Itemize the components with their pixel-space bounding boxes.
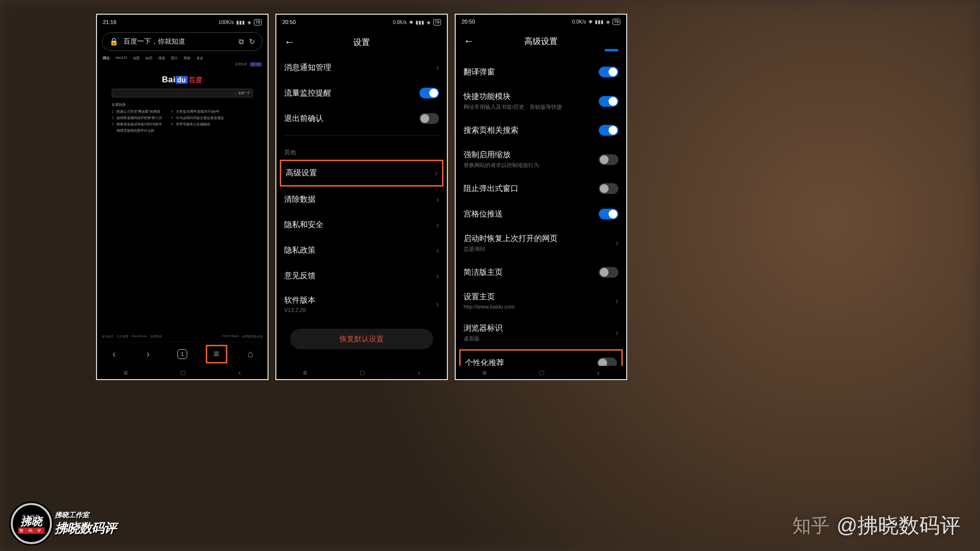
footer-link[interactable]: 设为首页	[102, 335, 114, 339]
hot-item[interactable]: 2 如何降温期间保护好肺"肺人后	[112, 116, 162, 120]
settings-row[interactable]: 隐私和安全›	[284, 212, 439, 238]
settings-row[interactable]: 快捷功能模块网址常用输入及书签/历史、剪贴版等快捷	[464, 85, 618, 118]
watermark: 知乎 @拂晓数码评	[792, 512, 960, 539]
reset-defaults-button[interactable]: 恢复默认设置	[290, 329, 433, 349]
settings-row[interactable]: 设置主页http://www.baidu.com›	[464, 285, 618, 316]
hot-search: 百度热搜 1 阳康正式官宣"鹰击那"的病愈 2 如何降温期间保护好肺"肺人后 3…	[112, 102, 253, 135]
bookmark-icon[interactable]: ⧉	[239, 37, 244, 46]
toggle-switch[interactable]	[599, 209, 618, 219]
settings-row[interactable]: 消息通知管理›	[284, 55, 439, 80]
row-label: 意见反馈	[284, 271, 436, 281]
nav-item[interactable]: 更多	[196, 56, 203, 61]
lock-icon: 🔒	[109, 37, 119, 46]
nav-forward-button[interactable]: ›	[137, 345, 159, 363]
toggle-switch[interactable]	[419, 88, 439, 98]
system-nav: ≡ □ ‹	[276, 365, 447, 379]
baidu-logo: Baidu百度	[112, 75, 253, 85]
status-bar: 20:50 0.0K/s ✱ ▮▮▮ ◈ 79	[456, 15, 626, 29]
settings-row[interactable]: 启动时恢复上次打开的网页总是询问›	[464, 227, 618, 260]
system-nav: ≡ □ ‹	[456, 366, 626, 379]
chevron-right-icon: ›	[436, 63, 439, 73]
sys-back-icon[interactable]: ‹	[418, 368, 420, 377]
wifi-icon: ◈	[606, 19, 610, 24]
nav-item[interactable]: 地图	[133, 56, 140, 61]
hot-item[interactable]: 3 粮食安全建成丰收X而X消耗年	[112, 122, 162, 127]
toggle-switch[interactable]	[599, 154, 618, 165]
nav-item[interactable]: 贴吧	[146, 56, 152, 61]
chevron-right-icon: ›	[436, 271, 439, 281]
footer-link[interactable]: 百度首页	[150, 335, 162, 339]
toggle-switch[interactable]	[599, 267, 618, 278]
hot-item[interactable]: 1 阳康正式官宣"鹰击那"的病愈	[112, 109, 162, 114]
settings-row[interactable]: 阻止弹出式窗口	[464, 176, 618, 201]
row-label: 个性化推荐	[465, 358, 597, 366]
footer-link[interactable]: 使用百度前必读	[242, 335, 263, 339]
row-label: 阻止弹出式窗口	[464, 184, 599, 194]
sys-home-icon[interactable]: □	[181, 368, 185, 377]
nav-home-button[interactable]: ⌂	[240, 345, 261, 363]
row-label: 设置主页	[464, 292, 615, 302]
address-bar[interactable]: 🔒 百度一下，你就知道 ⧉ ↻	[102, 32, 263, 51]
settings-row[interactable]: 宫格位推送	[464, 201, 618, 227]
nav-item[interactable]: 网盘	[184, 56, 191, 61]
status-bar: 20:50 0.8K/s ✱ ▮▮▮ ◈ 79	[276, 15, 447, 29]
reload-icon[interactable]: ↻	[249, 37, 255, 46]
settings-row[interactable]: 浏览器标识桌面版›	[464, 316, 618, 349]
settings-row[interactable]: 软件版本V13.2.20›	[284, 288, 439, 320]
toggle-switch[interactable]	[597, 358, 617, 366]
footer-link[interactable]: 关于百度	[117, 335, 128, 339]
baidu-search-button[interactable]: 百度一下	[235, 91, 250, 96]
settings-row[interactable]: 意见反馈›	[284, 263, 439, 288]
sys-back-icon[interactable]: ‹	[239, 368, 241, 377]
settings-row[interactable]: 翻译弹窗	[464, 59, 618, 85]
hot-item[interactable]: 6 东宇市路率山北城能保	[171, 122, 224, 127]
nav-menu-button[interactable]: ≡	[206, 345, 227, 363]
sublink[interactable]: 百度热搜	[235, 62, 247, 67]
sublink[interactable]: 换一换	[250, 62, 262, 67]
hot-item[interactable]: 猜猜京都风的新年什么样	[112, 128, 162, 133]
toggle-switch[interactable]	[599, 96, 618, 107]
toggle-switch[interactable]	[419, 113, 439, 124]
settings-row[interactable]: 简洁版主页	[464, 260, 618, 285]
settings-row[interactable]: 流量监控提醒	[284, 80, 439, 106]
sys-recent-icon[interactable]: ≡	[123, 368, 128, 377]
system-nav: ≡ □ ‹	[97, 365, 268, 379]
battery-icon: 78	[254, 19, 262, 25]
sys-recent-icon[interactable]: ≡	[482, 368, 487, 377]
settings-row[interactable]: 强制启用缩放替换网站的请求以控制缩放行为	[464, 143, 618, 176]
settings-row[interactable]: 搜索页相关搜索	[464, 118, 618, 143]
browser-toolbar: ‹ › 1 ≡ ⌂	[97, 342, 268, 365]
watermark-author: @拂晓数码评	[836, 512, 960, 539]
sys-home-icon[interactable]: □	[539, 368, 544, 377]
hot-item[interactable]: 5 中乌会晤时间最古信息是实信息	[171, 116, 224, 120]
chevron-right-icon: ›	[436, 245, 439, 256]
hot-item[interactable]: 4 大寒至20周年游戏为不0步年	[171, 109, 224, 114]
toggle-switch[interactable]	[599, 125, 618, 136]
row-label: 搜索页相关搜索	[464, 125, 599, 136]
nav-tabs-button[interactable]: 1	[172, 345, 193, 363]
battery-icon: 79	[433, 19, 441, 25]
settings-row[interactable]: 清除数据›	[284, 187, 439, 212]
toggle-switch[interactable]	[599, 183, 618, 194]
nav-back-button[interactable]: ‹	[103, 345, 125, 363]
footer-link[interactable]: About Baidu	[131, 335, 147, 339]
settings-row[interactable]: 高级设置›	[280, 160, 443, 187]
settings-row[interactable]: 个性化推荐	[459, 349, 623, 366]
toggle-switch[interactable]	[599, 67, 618, 77]
nav-item[interactable]: 图片	[171, 56, 178, 61]
row-label: 翻译弹窗	[464, 67, 599, 77]
sys-recent-icon[interactable]: ≡	[303, 368, 307, 377]
settings-row[interactable]: 退出前确认	[284, 106, 439, 131]
sys-back-icon[interactable]: ‹	[597, 368, 600, 377]
nav-item[interactable]: 网页	[103, 56, 110, 61]
badge-line1: 拂晓工作室	[55, 511, 116, 520]
settings-row[interactable]: 隐私政策›	[284, 238, 439, 263]
badge-ring: DAWN 拂晓 数·码·评	[11, 503, 52, 544]
nav-item[interactable]: hao123	[116, 56, 127, 61]
status-time: 20:50	[282, 19, 296, 25]
row-sublabel: http://www.baidu.com	[464, 304, 615, 310]
phone-settings: 20:50 0.8K/s ✱ ▮▮▮ ◈ 79 ← 设置 消息通知管理›流量监控…	[275, 14, 448, 380]
nav-item[interactable]: 视频	[158, 56, 165, 61]
baidu-search-input[interactable]: 百度一下	[112, 89, 253, 97]
sys-home-icon[interactable]: □	[360, 368, 365, 377]
